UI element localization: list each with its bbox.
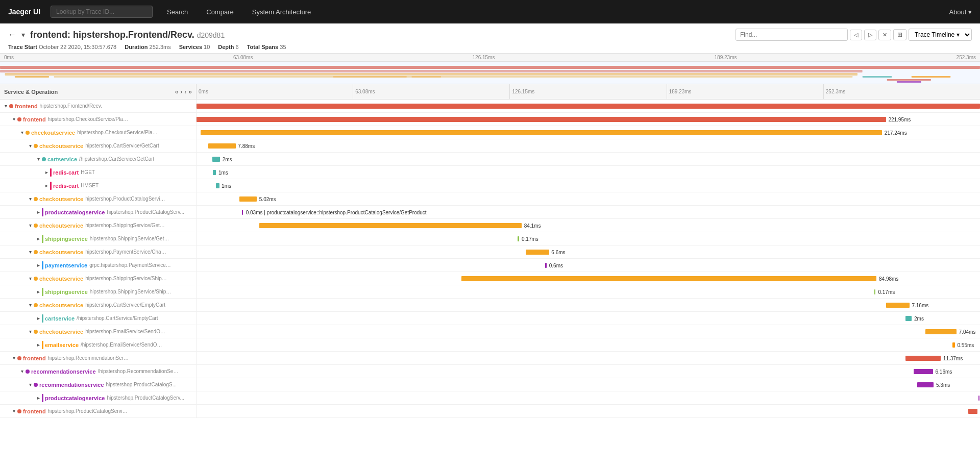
span-duration-label: 0.03ms | productcatalogservice::hipsters…: [246, 209, 427, 215]
find-next-button[interactable]: ▷: [864, 30, 876, 40]
expand-toggle[interactable]: ▾: [18, 130, 26, 135]
service-color-indicator: [17, 117, 21, 121]
expand-toggle[interactable]: ▾: [2, 103, 9, 109]
span-bar[interactable]: [952, 342, 955, 348]
table-row[interactable]: ▸shippingservicehipstershop.ShippingServ…: [0, 232, 980, 245]
table-row[interactable]: ▾checkoutservicehipstershop.ProductCatal…: [0, 192, 980, 206]
table-row[interactable]: ▸productcatalogservicehipstershop.Produc…: [0, 206, 980, 219]
nav-about[interactable]: About ▾: [949, 8, 972, 16]
find-prev-button[interactable]: ◁: [850, 30, 862, 40]
expand-toggle[interactable]: ▾: [27, 249, 34, 255]
span-bar[interactable]: [874, 289, 875, 294]
expand-toggle[interactable]: ▾: [27, 276, 34, 281]
expand-toggle[interactable]: ▾: [10, 355, 17, 361]
span-bar[interactable]: [239, 196, 257, 202]
expand-toggle[interactable]: ▾: [10, 408, 17, 414]
collapse-one-button[interactable]: ‹: [184, 88, 186, 95]
span-bar[interactable]: [212, 157, 220, 162]
expand-toggle[interactable]: ▸: [35, 395, 42, 401]
span-bar[interactable]: [216, 183, 219, 188]
expand-toggle[interactable]: ▸: [35, 289, 42, 294]
expand-toggle[interactable]: ▾: [27, 143, 34, 149]
expand-toggle[interactable]: ▾: [27, 196, 34, 202]
table-row[interactable]: ▸cartservice/hipstershop.CartService/Emp…: [0, 312, 980, 325]
span-duration-label: 7.16ms: [912, 302, 928, 308]
find-input[interactable]: [736, 29, 848, 41]
table-row[interactable]: ▸paymentservicegrpc.hipstershop.PaymentS…: [0, 259, 980, 272]
collapse-all-button[interactable]: «: [175, 88, 179, 95]
expand-one-button[interactable]: ›: [180, 88, 182, 95]
nav-system-architecture[interactable]: System Architecture: [248, 6, 315, 18]
span-bar[interactable]: [968, 409, 977, 414]
expand-toggle[interactable]: ▾: [27, 382, 34, 387]
span-bar[interactable]: [914, 369, 933, 374]
span-bar[interactable]: [242, 210, 243, 215]
span-label-cell: ▸shippingservicehipstershop.ShippingServ…: [0, 285, 197, 298]
table-row[interactable]: ▾checkoutservicehipstershop.EmailService…: [0, 325, 980, 338]
expand-button[interactable]: ▾: [21, 31, 25, 39]
table-row[interactable]: ▾cartservice/hipstershop.CartService/Get…: [0, 153, 980, 166]
operation-name: hipstershop.ShippingService/ShipOrder: [90, 289, 172, 294]
table-row[interactable]: ▸emailservice/hipstershop.EmailService/S…: [0, 338, 980, 352]
span-bar[interactable]: [545, 263, 547, 268]
span-bar[interactable]: [259, 223, 522, 228]
span-duration-label: 217.24ms: [885, 130, 907, 135]
timeline-header: Service & Operation « › ‹ » 0ms 63.08ms …: [0, 84, 980, 100]
table-row[interactable]: ▾checkoutservicehipstershop.CheckoutServ…: [0, 126, 980, 139]
find-close-button[interactable]: ✕: [878, 30, 891, 40]
span-bar[interactable]: [461, 276, 877, 281]
table-row[interactable]: ▾frontendhipstershop.ProductCatalogServi…: [0, 405, 980, 418]
layout-icon-button[interactable]: ⊞: [893, 29, 906, 40]
span-bar[interactable]: [208, 143, 236, 149]
timeline-mode-select[interactable]: Trace Timeline ▾: [909, 29, 972, 41]
nav-search[interactable]: Search: [163, 6, 192, 18]
span-bar[interactable]: [197, 104, 980, 109]
expand-toggle[interactable]: ▸: [35, 342, 42, 348]
expand-toggle[interactable]: ▾: [35, 156, 42, 162]
span-timeline-cell: 2ms: [197, 312, 980, 325]
minimap-canvas[interactable]: [0, 62, 980, 84]
span-bar[interactable]: [978, 396, 979, 401]
table-row[interactable]: ▸productcatalogservicehipstershop.Produc…: [0, 391, 980, 405]
table-row[interactable]: ▾checkoutservicehipstershop.ShippingServ…: [0, 219, 980, 232]
table-row[interactable]: ▾checkoutservicehipstershop.CartService/…: [0, 299, 980, 312]
expand-toggle[interactable]: ▾: [27, 302, 34, 308]
back-button[interactable]: ←: [8, 30, 16, 39]
service-name: frontend: [23, 116, 46, 122]
span-bar[interactable]: [905, 356, 941, 361]
table-row[interactable]: ▸redis-cartHGET1ms: [0, 166, 980, 179]
table-row[interactable]: ▾frontendhipstershop.RecommendationServi…: [0, 352, 980, 365]
expand-toggle[interactable]: ▸: [35, 315, 42, 321]
table-row[interactable]: ▾frontendhipstershop.Frontend/Recv.: [0, 100, 980, 113]
expand-toggle[interactable]: ▸: [35, 209, 42, 215]
table-row[interactable]: ▸redis-cartHMSET1ms: [0, 179, 980, 192]
span-bar[interactable]: [197, 117, 886, 122]
span-bar[interactable]: [925, 329, 957, 334]
expand-all-button[interactable]: »: [188, 88, 192, 95]
trace-lookup-input[interactable]: [51, 6, 153, 18]
expand-toggle[interactable]: ▾: [27, 223, 34, 228]
table-row[interactable]: ▾checkoutservicehipstershop.CartService/…: [0, 139, 980, 153]
expand-toggle[interactable]: ▸: [43, 183, 50, 188]
table-row[interactable]: ▾checkoutservicehipstershop.PaymentServi…: [0, 245, 980, 259]
expand-toggle[interactable]: ▾: [27, 329, 34, 334]
span-bar[interactable]: [201, 130, 882, 135]
expand-toggle[interactable]: ▸: [35, 236, 42, 241]
nav-compare[interactable]: Compare: [202, 6, 237, 18]
span-bar[interactable]: [526, 250, 549, 255]
table-row[interactable]: ▾frontendhipstershop.CheckoutService/Pla…: [0, 113, 980, 126]
table-row[interactable]: ▾recommendationservicehipstershop.Produc…: [0, 378, 980, 391]
expand-toggle[interactable]: ▸: [43, 169, 50, 175]
span-bar[interactable]: [518, 236, 519, 241]
table-row[interactable]: ▾recommendationservice/hipstershop.Recom…: [0, 365, 980, 378]
expand-toggle[interactable]: ▸: [35, 262, 42, 268]
table-row[interactable]: ▸shippingservicehipstershop.ShippingServ…: [0, 285, 980, 299]
trace-header: ← ▾ frontend: hipstershop.Frontend/Recv.…: [0, 23, 980, 54]
span-bar[interactable]: [905, 316, 912, 321]
span-bar[interactable]: [213, 170, 216, 175]
expand-toggle[interactable]: ▾: [18, 368, 26, 374]
expand-toggle[interactable]: ▾: [10, 116, 17, 122]
table-row[interactable]: ▾checkoutservicehipstershop.ShippingServ…: [0, 272, 980, 285]
span-bar[interactable]: [886, 303, 910, 308]
span-bar[interactable]: [917, 382, 934, 387]
